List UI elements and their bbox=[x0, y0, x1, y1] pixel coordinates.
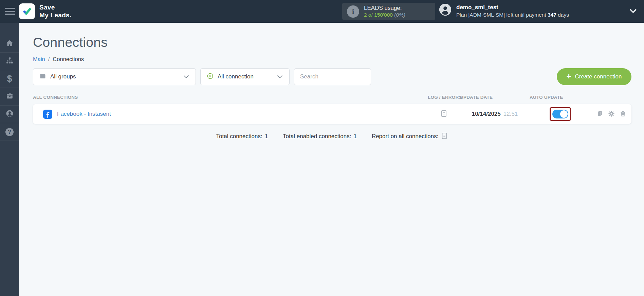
sidebar-item-help[interactable]: ? bbox=[0, 123, 19, 141]
update-date: 10/14/2025 bbox=[472, 111, 501, 117]
leads-usage-label: LEADS usage: bbox=[364, 4, 405, 12]
breadcrumb: Main / Connections bbox=[33, 56, 631, 62]
column-header-all-connections: ALL CONNECTIONS bbox=[33, 95, 428, 100]
column-header-update-date: UPDATE DATE bbox=[460, 95, 530, 100]
user-menu[interactable]: demo_sml_test Plan |ADM-SML-SM| left unt… bbox=[439, 4, 569, 19]
avatar bbox=[439, 4, 451, 16]
breadcrumb-current: Connections bbox=[53, 56, 84, 62]
update-date-cell: 10/14/2025 12:51 bbox=[460, 111, 530, 117]
page-title: Connections bbox=[33, 35, 631, 50]
copy-icon bbox=[596, 110, 603, 118]
auto-update-toggle-highlight bbox=[550, 107, 571, 121]
column-header-log-errors: LOG / ERRORS bbox=[428, 95, 460, 100]
profile-icon bbox=[5, 109, 14, 119]
facebook-icon bbox=[43, 110, 52, 119]
report-download-button[interactable] bbox=[441, 132, 448, 141]
main-content: Connections Main / Connections All group… bbox=[19, 23, 644, 296]
column-header-auto-update: AUTO UPDATE bbox=[530, 95, 591, 100]
sidebar-item-profile[interactable] bbox=[0, 106, 19, 123]
logo-checkmark-icon bbox=[19, 3, 35, 19]
sidebar-item-connections[interactable] bbox=[0, 53, 19, 70]
log-errors-button[interactable] bbox=[440, 110, 448, 118]
info-icon: i bbox=[347, 5, 359, 18]
table-header-row: ALL CONNECTIONS LOG / ERRORS UPDATE DATE… bbox=[33, 95, 631, 100]
sidebar: $ ? bbox=[0, 23, 19, 296]
toggle-knob bbox=[560, 110, 568, 118]
sidebar-item-billing[interactable]: $ bbox=[0, 70, 19, 88]
connection-filter-dropdown[interactable]: All connection bbox=[200, 68, 290, 85]
filter-row: All groups All connection + Create conne… bbox=[33, 68, 631, 85]
update-time: 12:51 bbox=[503, 111, 518, 117]
breadcrumb-separator: / bbox=[48, 56, 50, 62]
document-icon bbox=[440, 110, 448, 118]
sidebar-item-services[interactable] bbox=[0, 88, 19, 106]
play-circle-icon bbox=[207, 73, 214, 81]
connection-filter-value: All connection bbox=[218, 73, 254, 80]
leads-usage-value: 2 of 150'000 (0%) bbox=[364, 12, 405, 18]
top-header: Save My Leads. i LEADS usage: 2 of 150'0… bbox=[0, 0, 644, 23]
settings-connection-button[interactable] bbox=[608, 110, 615, 118]
groups-filter-dropdown[interactable]: All groups bbox=[33, 68, 196, 85]
app-logo[interactable]: Save My Leads. bbox=[19, 3, 72, 19]
home-icon bbox=[5, 39, 14, 49]
help-icon: ? bbox=[5, 128, 14, 136]
total-connections: Total connections: 1 bbox=[216, 133, 268, 140]
trash-icon bbox=[620, 110, 626, 118]
breadcrumb-main-link[interactable]: Main bbox=[33, 56, 45, 62]
sitemap-icon bbox=[5, 56, 14, 66]
chevron-down-icon[interactable] bbox=[629, 7, 638, 16]
chevron-down-icon bbox=[183, 74, 189, 79]
logo-text: Save My Leads. bbox=[39, 4, 72, 19]
sidebar-item-home[interactable] bbox=[0, 35, 19, 53]
report-document-icon bbox=[441, 132, 448, 141]
search-input[interactable] bbox=[294, 68, 371, 85]
delete-connection-button[interactable] bbox=[620, 110, 626, 118]
folder-icon bbox=[39, 73, 46, 81]
plus-icon: + bbox=[567, 72, 571, 80]
groups-filter-value: All groups bbox=[50, 73, 76, 80]
leads-usage-badge[interactable]: i LEADS usage: 2 of 150'000 (0%) bbox=[342, 3, 435, 20]
connection-row: Facebook - Instasent 10/14/2025 12:51 bbox=[33, 104, 631, 124]
total-enabled-connections: Total enabled connections: 1 bbox=[283, 133, 357, 140]
connection-name-link[interactable]: Facebook - Instasent bbox=[57, 111, 111, 117]
services-icon bbox=[5, 92, 14, 101]
auto-update-toggle[interactable] bbox=[552, 110, 568, 118]
billing-icon: $ bbox=[7, 74, 12, 84]
gear-icon bbox=[608, 110, 615, 118]
hamburger-menu-button[interactable] bbox=[5, 8, 15, 15]
copy-connection-button[interactable] bbox=[596, 110, 603, 118]
plan-info: Plan |ADM-SML-SM| left until payment 347… bbox=[456, 11, 569, 19]
chevron-down-icon bbox=[277, 74, 283, 79]
summary-row: Total connections: 1 Total enabled conne… bbox=[33, 132, 631, 141]
report-all-connections: Report on all connections: bbox=[372, 132, 448, 141]
username: demo_sml_test bbox=[456, 4, 569, 11]
create-connection-button[interactable]: + Create connection bbox=[557, 68, 631, 85]
